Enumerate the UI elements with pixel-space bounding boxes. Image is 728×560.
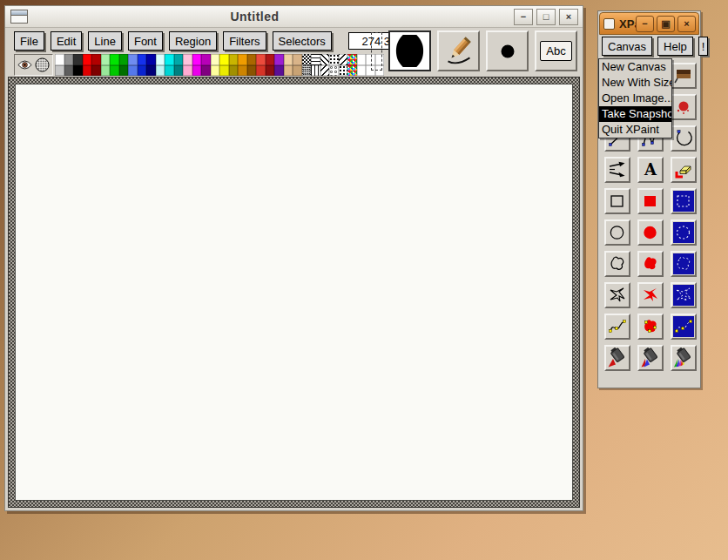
font-preview-button[interactable]: Abc [535, 30, 577, 71]
pattern-swatch[interactable] [357, 65, 367, 77]
menu-button-file[interactable]: File [14, 31, 44, 51]
palette-swatch[interactable] [201, 65, 211, 77]
pattern-swatch[interactable] [302, 54, 312, 65]
palette-swatch[interactable] [284, 54, 293, 65]
palette-swatch[interactable] [73, 54, 83, 65]
tool-arc[interactable] [671, 125, 697, 152]
palette-swatch[interactable] [119, 65, 129, 77]
palette-swatch[interactable] [146, 54, 156, 65]
toolbox-titlebar[interactable]: XPaint − ▣ × [599, 12, 699, 35]
palette-swatch[interactable] [55, 54, 64, 65]
palette-swatch[interactable] [64, 54, 74, 65]
tool-oval-filled[interactable] [637, 219, 664, 246]
toolbox-menu-bang[interactable]: ! [698, 37, 709, 56]
pattern-swatch[interactable] [302, 65, 312, 77]
menu-button-font[interactable]: Font [128, 31, 163, 51]
palette-swatch[interactable] [138, 54, 147, 65]
tool-can-gradient[interactable] [637, 345, 664, 371]
tool-blob-filled[interactable] [637, 251, 664, 277]
tool-oval-select[interactable] [671, 219, 697, 246]
palette-swatch[interactable] [156, 54, 165, 65]
tool-blob[interactable] [604, 251, 630, 277]
palette-swatch[interactable] [247, 65, 257, 77]
palette-swatch[interactable] [238, 54, 247, 65]
palette-swatch[interactable] [274, 65, 284, 77]
palette-swatch[interactable] [219, 65, 229, 77]
palette-swatch[interactable] [256, 54, 266, 65]
canvas[interactable] [15, 84, 573, 501]
tool-spline-filled[interactable] [637, 314, 664, 340]
brush-size-button[interactable] [486, 30, 529, 71]
palette-swatch[interactable] [256, 65, 266, 77]
palette-swatch[interactable] [201, 54, 211, 65]
palette-swatch[interactable] [91, 65, 101, 77]
palette-swatch[interactable] [128, 65, 138, 77]
menu-item-quit-xpaint[interactable]: Quit XPaint [599, 122, 671, 138]
pattern-swatch[interactable] [357, 54, 367, 65]
toolbox-minimize-button[interactable]: − [636, 16, 654, 32]
maximize-button[interactable]: □ [536, 9, 556, 25]
menu-button-selectors[interactable]: Selectors [273, 31, 332, 51]
menu-button-filters[interactable]: Filters [223, 31, 266, 51]
toolbox-menu-help[interactable]: Help [657, 37, 693, 56]
menu-button-edit[interactable]: Edit [51, 31, 82, 51]
palette-swatch[interactable] [110, 65, 119, 77]
close-button[interactable]: × [559, 9, 578, 25]
palette-swatch[interactable] [229, 54, 239, 65]
palette-swatch[interactable] [101, 65, 111, 77]
tool-poly[interactable] [604, 282, 630, 308]
canvas-window-titlebar[interactable]: Untitled − □ × [5, 6, 583, 28]
toolbox-maximize-button[interactable]: ▣ [657, 16, 675, 32]
pattern-swatch[interactable] [339, 65, 348, 77]
toolbox-menu-canvas[interactable]: Canvas [602, 37, 652, 56]
palette-swatch[interactable] [211, 65, 220, 77]
palette-swatch[interactable] [91, 54, 101, 65]
brush-shape-preview[interactable] [388, 30, 431, 71]
palette-swatch[interactable] [55, 65, 64, 77]
pencil-mode-button[interactable] [437, 30, 480, 71]
palette-swatch[interactable] [247, 54, 257, 65]
tool-poly-select[interactable] [671, 282, 697, 308]
tool-poly-filled[interactable] [637, 282, 664, 308]
pattern-swatch[interactable] [347, 65, 357, 77]
eye-icon[interactable] [17, 57, 32, 72]
palette-swatch[interactable] [146, 65, 156, 77]
palette-swatch[interactable] [156, 65, 165, 77]
palette-swatch[interactable] [284, 65, 293, 77]
palette-swatch[interactable] [192, 65, 202, 77]
palette-swatch[interactable] [64, 65, 74, 77]
palette-swatch[interactable] [274, 54, 284, 65]
palette-swatch[interactable] [110, 54, 119, 65]
palette-swatch[interactable] [266, 65, 275, 77]
pattern-swatch[interactable] [329, 54, 339, 65]
pattern-swatch[interactable] [329, 65, 339, 77]
menu-item-open-image[interactable]: Open Image... [599, 91, 671, 106]
palette-swatch[interactable] [192, 54, 202, 65]
tool-rect-filled[interactable] [637, 188, 664, 214]
palette-swatch[interactable] [266, 54, 275, 65]
palette-swatch[interactable] [83, 54, 92, 65]
minimize-button[interactable]: − [514, 9, 533, 25]
pattern-swatch[interactable] [311, 54, 320, 65]
palette-swatch[interactable] [174, 65, 184, 77]
tool-rect-select[interactable] [671, 188, 697, 214]
palette-swatch[interactable] [293, 65, 302, 77]
palette-swatch[interactable] [165, 54, 174, 65]
tool-brush[interactable] [671, 63, 697, 89]
tool-spline[interactable] [604, 314, 630, 340]
menu-item-take-snapshot[interactable]: Take Snapshot... [599, 106, 671, 122]
palette-swatch[interactable] [174, 54, 184, 65]
palette-swatch[interactable] [293, 54, 302, 65]
pattern-swatch[interactable] [320, 54, 330, 65]
tool-oval[interactable] [604, 219, 630, 246]
palette-swatch[interactable] [219, 54, 229, 65]
pattern-swatch[interactable] [320, 65, 330, 77]
tool-rect[interactable] [604, 188, 630, 214]
palette-swatch[interactable] [138, 65, 147, 77]
palette-swatch[interactable] [183, 65, 192, 77]
menu-item-new-with-size[interactable]: New With Size... [599, 75, 671, 91]
pattern-swatch[interactable] [347, 54, 357, 65]
pattern-swatch[interactable] [311, 65, 320, 77]
tool-spline-select[interactable] [671, 314, 697, 340]
palette-swatch[interactable] [73, 65, 83, 77]
